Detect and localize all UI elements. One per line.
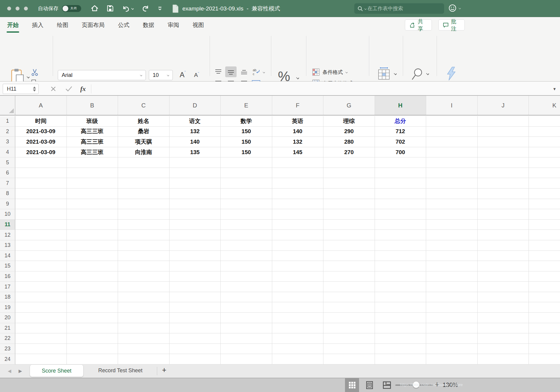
row-header-22[interactable]: 22 — [0, 333, 15, 344]
cell-J18[interactable] — [478, 292, 529, 303]
cell-D4[interactable]: 135 — [169, 147, 221, 158]
cell-J7[interactable] — [478, 178, 529, 189]
cell-A16[interactable] — [15, 271, 67, 282]
cell-A14[interactable] — [15, 251, 67, 261]
row-header-4[interactable]: 4 — [0, 147, 15, 158]
tab-审阅[interactable]: 审阅 — [167, 21, 180, 29]
cell-F21[interactable] — [272, 323, 324, 334]
save-button[interactable] — [107, 5, 114, 12]
search-box[interactable] — [354, 3, 444, 14]
cell-K7[interactable] — [529, 178, 560, 189]
cell-B1[interactable]: 班级 — [67, 116, 118, 127]
cell-H3[interactable]: 702 — [375, 137, 426, 147]
cell-J5[interactable] — [478, 157, 529, 168]
cell-B4[interactable]: 高三三班 — [67, 147, 118, 158]
cell-H2[interactable]: 712 — [375, 127, 426, 137]
cell-K12[interactable] — [529, 230, 560, 240]
cell-B23[interactable] — [67, 344, 118, 354]
cell-I1[interactable] — [426, 116, 478, 127]
cell-A8[interactable] — [15, 189, 67, 199]
cell-D13[interactable] — [169, 240, 221, 251]
cell-F1[interactable]: 英语 — [272, 116, 324, 127]
cell-H16[interactable] — [375, 271, 426, 282]
cell-K22[interactable] — [529, 333, 560, 344]
cell-E13[interactable] — [221, 240, 272, 251]
cell-J1[interactable] — [478, 116, 529, 127]
cell-D16[interactable] — [169, 271, 221, 282]
cell-D22[interactable] — [169, 333, 221, 344]
cell-I15[interactable] — [426, 261, 478, 271]
edit-button[interactable] — [411, 68, 423, 82]
cell-G16[interactable] — [323, 271, 375, 282]
cell-A11[interactable] — [15, 220, 67, 230]
cell-C10[interactable] — [118, 209, 169, 220]
cell-A3[interactable]: 2021-03-09 — [15, 137, 67, 147]
cell-F4[interactable]: 145 — [272, 147, 324, 158]
cell-B13[interactable] — [67, 240, 118, 251]
add-sheet-button[interactable]: + — [162, 366, 167, 374]
cell-J8[interactable] — [478, 189, 529, 199]
row-header-16[interactable]: 16 — [0, 271, 15, 282]
tab-页面布局[interactable]: 页面布局 — [81, 21, 105, 29]
cell-D21[interactable] — [169, 323, 221, 334]
sheet-prev-button[interactable]: ◀ — [8, 368, 11, 374]
cell-C8[interactable] — [118, 189, 169, 199]
cell-A6[interactable] — [15, 168, 67, 178]
cell-C17[interactable] — [118, 282, 169, 292]
row-header-6[interactable]: 6 — [0, 168, 15, 178]
shrink-font-button[interactable]: Aˇ — [194, 72, 199, 78]
cell-K15[interactable] — [529, 261, 560, 271]
cell-G8[interactable] — [323, 189, 375, 199]
cell-B20[interactable] — [67, 313, 118, 323]
sheet-tab-score-sheet[interactable]: Score Sheet — [30, 365, 83, 377]
edit-chevron-icon[interactable] — [426, 72, 429, 75]
cell-H13[interactable] — [375, 240, 426, 251]
cell-E9[interactable] — [221, 199, 272, 209]
cell-B17[interactable] — [67, 282, 118, 292]
cell-H22[interactable] — [375, 333, 426, 344]
cell-G6[interactable] — [323, 168, 375, 178]
cell-H4[interactable]: 700 — [375, 147, 426, 158]
zoom-window-button[interactable] — [24, 7, 28, 10]
cell-D2[interactable]: 132 — [169, 127, 221, 137]
enter-button[interactable] — [65, 82, 72, 96]
formula-input[interactable] — [93, 83, 551, 95]
cell-I23[interactable] — [426, 344, 478, 354]
cell-K2[interactable] — [529, 127, 560, 137]
cell-A9[interactable] — [15, 199, 67, 209]
row-header-18[interactable]: 18 — [0, 292, 15, 303]
cell-G23[interactable] — [323, 344, 375, 354]
cell-G20[interactable] — [323, 313, 375, 323]
grow-font-button[interactable]: Aˆ — [180, 71, 186, 79]
cell-B15[interactable] — [67, 261, 118, 271]
cell-D11[interactable] — [169, 220, 221, 230]
cell-C3[interactable]: 项天骐 — [118, 137, 169, 147]
cell-E23[interactable] — [221, 344, 272, 354]
cell-E14[interactable] — [221, 251, 272, 261]
cell-E1[interactable]: 数学 — [221, 116, 272, 127]
cell-B7[interactable] — [67, 178, 118, 189]
cell-E15[interactable] — [221, 261, 272, 271]
cell-B2[interactable]: 高三三班 — [67, 127, 118, 137]
cell-B10[interactable] — [67, 209, 118, 220]
cell-B24[interactable] — [67, 354, 118, 364]
cell-B3[interactable]: 高三三班 — [67, 137, 118, 147]
cell-K3[interactable] — [529, 137, 560, 147]
cell-K24[interactable] — [529, 354, 560, 364]
cell-C24[interactable] — [118, 354, 169, 364]
cell-C18[interactable] — [118, 292, 169, 303]
paste-chevron-icon[interactable] — [27, 75, 30, 78]
cell-A15[interactable] — [15, 261, 67, 271]
row-header-5[interactable]: 5 — [0, 157, 15, 168]
cell-K23[interactable] — [529, 344, 560, 354]
cell-A13[interactable] — [15, 240, 67, 251]
feedback-button[interactable] — [448, 4, 461, 13]
cell-C15[interactable] — [118, 261, 169, 271]
cell-K19[interactable] — [529, 302, 560, 313]
redo-button[interactable] — [142, 4, 149, 12]
align-middle-button[interactable] — [227, 69, 235, 77]
cell-A5[interactable] — [15, 157, 67, 168]
name-box-spinner[interactable] — [33, 86, 36, 92]
cell-I19[interactable] — [426, 302, 478, 313]
cell-G24[interactable] — [323, 354, 375, 364]
